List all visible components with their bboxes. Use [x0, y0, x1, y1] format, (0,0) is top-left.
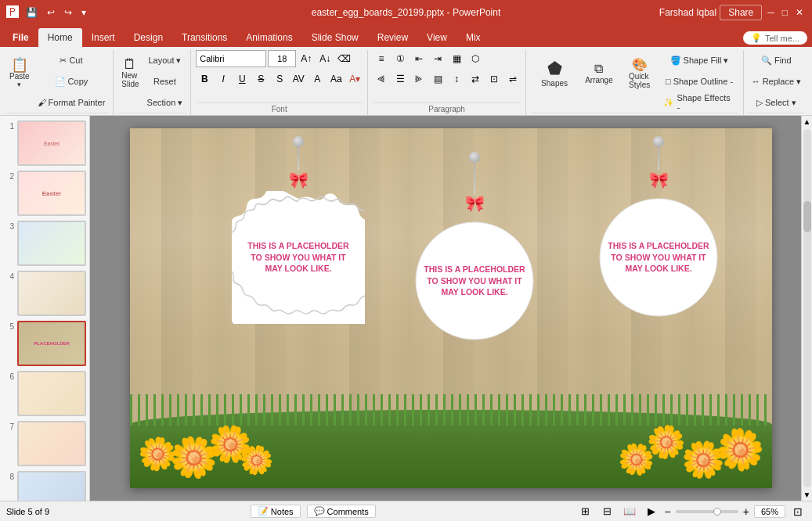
shape-effects-button[interactable]: ✨ Shape Effects -	[660, 92, 738, 113]
valign-btn[interactable]: ⊡	[485, 70, 503, 88]
columns-btn[interactable]: ▦	[448, 50, 465, 67]
shadow-btn[interactable]: S	[271, 70, 288, 88]
slide-preview-6[interactable]	[17, 371, 86, 416]
scroll-up-btn[interactable]: ▲	[802, 116, 812, 128]
slide-thumb-8[interactable]: 8	[3, 471, 86, 501]
font-size-input[interactable]: 18	[268, 50, 296, 67]
slide-thumb-1[interactable]: 1 Easter	[3, 120, 86, 166]
redo-btn[interactable]: ↪	[62, 7, 74, 18]
canvas-area[interactable]: 🌼 🌼 🌼 🌼 🌼 🌼 🌼 🌼 🎀 TH	[90, 116, 812, 501]
tab-design[interactable]: Design	[125, 28, 172, 47]
zoom-plus-btn[interactable]: +	[743, 505, 749, 518]
comments-button[interactable]: 💬 Comments	[307, 505, 376, 518]
numbering-btn[interactable]: ①	[392, 50, 409, 67]
notes-button[interactable]: 📝 Notes	[251, 505, 301, 518]
line-spacing-btn[interactable]: ↕	[448, 70, 465, 88]
fontcolor-btn[interactable]: A	[309, 70, 326, 88]
convert-btn[interactable]: ⇌	[504, 70, 521, 88]
decrease-indent-btn[interactable]: ⇤	[410, 50, 428, 67]
reading-view-btn[interactable]: 📖	[621, 505, 638, 519]
slide-preview-3[interactable]	[17, 221, 86, 266]
maximize-btn[interactable]: □	[780, 7, 790, 18]
align-center-btn[interactable]: ☰	[392, 70, 409, 88]
shape-outline-button[interactable]: □ Shape Outline -	[660, 71, 738, 92]
save-btn[interactable]: 💾	[23, 7, 40, 18]
tab-animations[interactable]: Animations	[236, 28, 301, 47]
slide-preview-2[interactable]: Easter	[17, 171, 86, 216]
slide-thumb-4[interactable]: 4	[3, 271, 86, 316]
charspace-btn[interactable]: AV	[290, 70, 307, 88]
arrange-btn[interactable]: ⧉ Arrange	[579, 50, 619, 95]
scallop-2[interactable]: THIS IS A PLACEHOLDER TO SHOW YOU WHAT I…	[408, 214, 541, 347]
highlight-btn[interactable]: A▾	[346, 70, 363, 88]
slide-panel[interactable]: 1 Easter 2 Easter 3 4 5 PLACE	[0, 116, 90, 501]
smartart-btn[interactable]: ⬡	[467, 50, 484, 67]
shape-fill-button[interactable]: 🪣 Shape Fill▾	[660, 50, 738, 70]
scallop-1[interactable]: THIS IS A PLACEHOLDER TO SHOW YOU WHAT I…	[232, 191, 365, 324]
text-direction-btn[interactable]: ⇄	[467, 70, 484, 88]
slide-preview-1[interactable]: Easter	[17, 120, 86, 166]
align-left-btn[interactable]: ⫷	[373, 70, 390, 88]
align-right-btn[interactable]: ⫸	[410, 70, 428, 88]
increase-indent-btn[interactable]: ⇥	[429, 50, 446, 67]
quick-styles-btn[interactable]: 🎨 QuickStyles	[620, 50, 659, 95]
underline-btn[interactable]: U	[233, 70, 251, 88]
tag-3[interactable]: 🎀 THIS IS A PLACEHOLDER TO SHOW YOU WHAT…	[592, 136, 725, 324]
tab-slideshow[interactable]: Slide Show	[302, 28, 368, 47]
shapes-btn[interactable]: ⬟ Shapes	[531, 50, 578, 95]
scroll-down-btn[interactable]: ▼	[802, 489, 812, 501]
copy-button[interactable]: 📄 Copy	[34, 71, 109, 92]
minimize-btn[interactable]: ─	[765, 7, 777, 18]
bold-btn[interactable]: B	[196, 70, 213, 88]
font-name-input[interactable]: Calibri	[196, 50, 266, 67]
strikethrough-btn[interactable]: S	[252, 70, 269, 88]
replace-button[interactable]: ↔ Replace▾	[749, 71, 804, 92]
slide-canvas[interactable]: 🌼 🌼 🌼 🌼 🌼 🌼 🌼 🌼 🎀 TH	[130, 128, 772, 488]
scallop-3[interactable]: THIS IS A PLACEHOLDER TO SHOW YOU WHAT I…	[592, 191, 725, 324]
zoom-thumb[interactable]	[713, 508, 721, 516]
scroll-thumb[interactable]	[803, 201, 811, 232]
reset-button[interactable]: Reset	[144, 71, 186, 92]
scroll-track[interactable]	[803, 129, 811, 487]
decrease-font-btn[interactable]: A↓	[316, 50, 334, 67]
slide-thumb-3[interactable]: 3	[3, 221, 86, 266]
slide-thumb-7[interactable]: 7	[3, 421, 86, 466]
italic-btn[interactable]: I	[215, 70, 232, 88]
slide-thumb-2[interactable]: 2 Easter	[3, 171, 86, 216]
slide-preview-8[interactable]	[17, 471, 86, 501]
bullets-btn[interactable]: ≡	[373, 50, 390, 67]
format-painter-button[interactable]: 🖌 Format Painter	[34, 92, 109, 113]
slide-sorter-btn[interactable]: ⊟	[599, 505, 616, 519]
zoom-minus-btn[interactable]: −	[665, 505, 671, 518]
tab-mix[interactable]: Mix	[457, 28, 490, 47]
zoom-slider[interactable]	[676, 510, 738, 513]
tab-view[interactable]: View	[417, 28, 457, 47]
increase-font-btn[interactable]: A↑	[298, 50, 315, 67]
slideshow-btn[interactable]: ▶	[643, 505, 660, 519]
find-button[interactable]: 🔍 Find	[749, 50, 804, 70]
tab-transitions[interactable]: Transitions	[172, 28, 236, 47]
slide-preview-4[interactable]	[17, 271, 86, 316]
slide-preview-7[interactable]	[17, 421, 86, 466]
slide-thumb-6[interactable]: 6	[3, 371, 86, 416]
tell-me-box[interactable]: 💡 Tell me...	[743, 31, 807, 45]
tab-home[interactable]: Home	[38, 28, 82, 47]
customize-btn[interactable]: ▾	[79, 7, 88, 18]
slide-preview-5[interactable]: PLACEHOLDER	[17, 321, 86, 366]
share-button[interactable]: Share	[720, 5, 762, 20]
tag-1[interactable]: 🎀 THIS IS A PLACEHOLDER TO SHOW YOU WHAT…	[232, 136, 365, 324]
close-btn[interactable]: ✕	[793, 7, 806, 18]
new-slide-button[interactable]: 🗒 New Slide	[118, 50, 142, 95]
justify-btn[interactable]: ▤	[429, 70, 446, 88]
tab-insert[interactable]: Insert	[82, 28, 125, 47]
undo-btn[interactable]: ↩	[45, 7, 57, 18]
tab-file[interactable]: File	[3, 28, 38, 47]
paste-button[interactable]: 📋 Paste ▾	[6, 50, 33, 95]
zoom-level[interactable]: 65%	[754, 505, 785, 518]
layout-button[interactable]: Layout▾	[144, 50, 186, 70]
fontsize-btn2[interactable]: Aa	[327, 70, 345, 88]
clear-format-btn[interactable]: ⌫	[335, 50, 352, 67]
cut-button[interactable]: ✂ Cut	[34, 50, 109, 70]
slide-thumb-5[interactable]: 5 PLACEHOLDER	[3, 321, 86, 366]
fit-slide-btn[interactable]: ⊡	[790, 505, 806, 518]
